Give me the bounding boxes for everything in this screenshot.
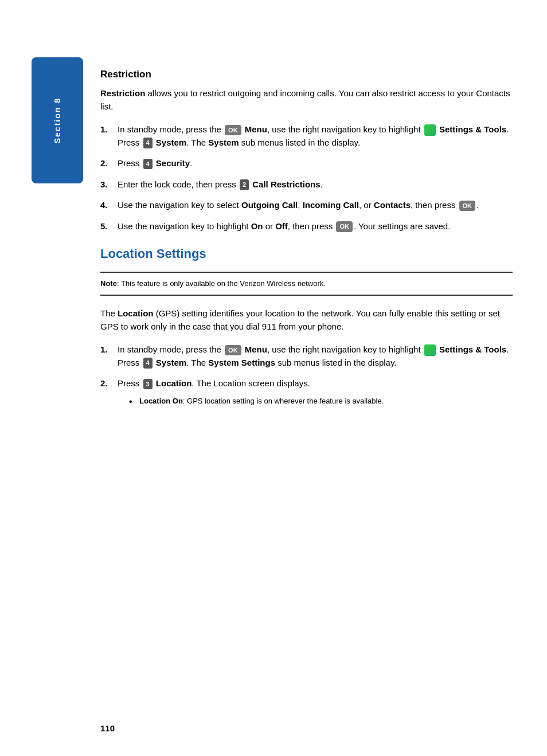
step-2-content: Press 4 Security. [118, 157, 513, 170]
system-bold-1: System [156, 138, 186, 147]
system-bold-2: System [208, 138, 239, 147]
location-settings-title: Location Settings [100, 246, 513, 261]
content-area: Restriction Restriction allows you to re… [100, 34, 513, 412]
restriction-step-2: 2. Press 4 Security. [100, 157, 513, 170]
location-settings-section: Location Settings Note: This feature is … [100, 246, 513, 412]
settings-tools-bold-2: Settings & Tools [439, 344, 506, 354]
contacts-bold: Contacts [374, 200, 411, 210]
menu-bold-1: Menu [245, 124, 267, 134]
loc-step-1-content: In standby mode, press the OK Menu, use … [118, 343, 513, 369]
incoming-call-bold: Incoming Call [303, 200, 359, 210]
loc-step-2-content: Press 3 Location. The Location screen di… [118, 377, 513, 412]
step-5-number: 5. [100, 220, 118, 233]
restriction-step-4: 4. Use the navigation key to select Outg… [100, 199, 513, 212]
restriction-intro-text: allows you to restrict outgoing and inco… [100, 88, 510, 111]
note-text: : This feature is only available on the … [117, 279, 326, 288]
num4-icon-3: 4 [143, 358, 153, 369]
menu-bold-2: Menu [245, 344, 267, 354]
restriction-bold: Restriction [100, 88, 145, 98]
ok-button-icon-3: OK [336, 221, 353, 232]
off-bold: Off [275, 221, 288, 231]
location-bullets: • Location On: GPS location setting is o… [129, 396, 513, 408]
location-step-2: 2. Press 3 Location. The Location screen… [100, 377, 513, 412]
call-restrictions-bold: Call Restrictions [252, 179, 320, 189]
loc-step-1-number: 1. [100, 343, 118, 357]
location-bold-2: Location [156, 378, 192, 388]
location-steps: 1. In standby mode, press the OK Menu, u… [100, 343, 513, 412]
note-label: Note [100, 279, 117, 288]
step-3-number: 3. [100, 178, 118, 191]
restriction-intro: Restriction allows you to restrict outgo… [100, 87, 513, 113]
ok-button-icon-4: OK [225, 345, 241, 356]
num2-icon: 2 [240, 179, 249, 190]
step-1-content: In standby mode, press the OK Menu, use … [118, 123, 513, 149]
step-3-content: Enter the lock code, then press 2 Call R… [118, 178, 513, 191]
settings-tools-bold-1: Settings & Tools [439, 124, 506, 134]
bullet-location-on-text: Location On: GPS location setting is on … [139, 396, 384, 406]
location-step-1: 1. In standby mode, press the OK Menu, u… [100, 343, 513, 369]
system-settings-bold: System Settings [208, 358, 275, 367]
section-tab: Section 8 [32, 57, 83, 183]
num3-icon: 3 [143, 379, 153, 390]
settings-tools-icon-2 [424, 344, 436, 356]
restriction-section: Restriction Restriction allows you to re… [100, 69, 513, 233]
location-bold: Location [118, 308, 154, 318]
outgoing-call-bold: Outgoing Call [241, 200, 298, 210]
system-bold-3: System [156, 358, 186, 367]
restriction-step-1: 1. In standby mode, press the OK Menu, u… [100, 123, 513, 149]
on-bold: On [251, 221, 263, 231]
ok-button-icon-2: OK [459, 201, 476, 211]
step-4-number: 4. [100, 199, 118, 212]
restriction-title: Restriction [100, 69, 513, 80]
settings-tools-icon-1 [424, 124, 436, 136]
ok-button-icon-1: OK [225, 125, 241, 136]
loc-step-2-number: 2. [100, 377, 118, 390]
step-4-content: Use the navigation key to select Outgoin… [118, 199, 513, 212]
step-5-content: Use the navigation key to highlight On o… [118, 220, 513, 233]
section-tab-label: Section 8 [53, 97, 62, 143]
note-box: Note: This feature is only available on … [100, 272, 513, 296]
bullet-dot-1: • [129, 396, 139, 408]
restriction-steps: 1. In standby mode, press the OK Menu, u… [100, 123, 513, 233]
bullet-location-on: • Location On: GPS location setting is o… [129, 396, 513, 408]
step-2-number: 2. [100, 157, 118, 170]
location-on-bold: Location On [139, 397, 183, 405]
restriction-step-5: 5. Use the navigation key to highlight O… [100, 220, 513, 233]
security-bold: Security [156, 158, 190, 168]
num4-icon-1: 4 [143, 138, 153, 148]
restriction-step-3: 3. Enter the lock code, then press 2 Cal… [100, 178, 513, 191]
page-number: 110 [100, 723, 115, 733]
location-intro: The Location (GPS) setting identifies yo… [100, 307, 513, 333]
num4-icon-2: 4 [143, 159, 153, 170]
page-container: Section 8 Restriction Restriction allows… [0, 0, 547, 756]
step-1-number: 1. [100, 123, 118, 136]
